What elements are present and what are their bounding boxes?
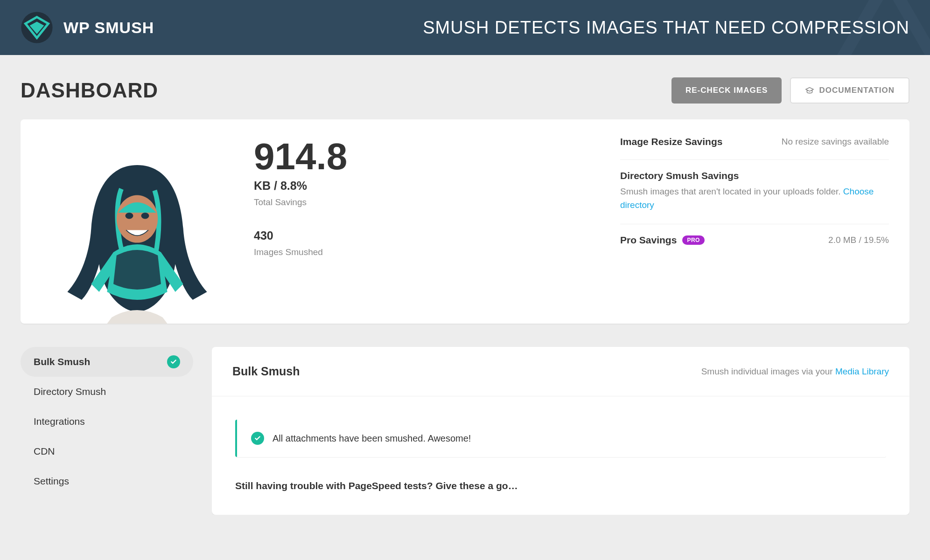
check-icon <box>167 355 180 368</box>
images-smushed-value: 430 <box>254 229 620 242</box>
panel-title: Bulk Smush <box>232 365 300 378</box>
nav-item-label: Integrations <box>34 416 85 427</box>
directory-savings-desc: Smush images that aren't located in your… <box>620 187 843 196</box>
svg-point-6 <box>141 213 149 219</box>
graduation-cap-icon <box>805 87 814 94</box>
svg-point-5 <box>126 213 133 219</box>
check-icon <box>251 432 264 445</box>
resize-savings-value: No resize savings available <box>782 137 889 147</box>
nav-cdn[interactable]: CDN <box>21 436 193 466</box>
summary-card: 914.8 KB / 8.8% Total Savings 430 Images… <box>21 119 909 324</box>
media-library-link[interactable]: Media Library <box>835 366 889 376</box>
brand-logo-icon <box>21 11 53 44</box>
recheck-images-button[interactable]: RE-CHECK IMAGES <box>671 77 782 104</box>
nav-item-label: Bulk Smush <box>34 356 90 367</box>
banner-headline: SMUSH DETECTS IMAGES THAT NEED COMPRESSI… <box>423 18 909 38</box>
nav-bulk-smush[interactable]: Bulk Smush <box>21 347 193 377</box>
hero-illustration <box>21 133 254 324</box>
directory-savings-title: Directory Smush Savings <box>620 170 739 181</box>
resize-savings-title: Image Resize Savings <box>620 136 722 147</box>
pro-savings-title: Pro Savings <box>620 235 677 246</box>
nav-item-label: Directory Smush <box>34 386 106 397</box>
pro-savings-value: 2.0 MB / 19.5% <box>828 235 889 245</box>
documentation-label: DOCUMENTATION <box>819 86 895 95</box>
bulk-smush-panel: Bulk Smush Smush individual images via y… <box>212 347 909 515</box>
panel-hint-text: Smush individual images via your <box>701 366 835 376</box>
notice-text: All attachments have been smushed. Aweso… <box>273 433 471 444</box>
total-savings-label: Total Savings <box>254 197 620 207</box>
recheck-images-label: RE-CHECK IMAGES <box>685 86 768 95</box>
success-notice: All attachments have been smushed. Aweso… <box>235 420 886 457</box>
documentation-button[interactable]: DOCUMENTATION <box>790 77 909 104</box>
total-savings-unit: KB / 8.8% <box>254 179 620 193</box>
images-smushed-label: Images Smushed <box>254 247 620 257</box>
nav-directory-smush[interactable]: Directory Smush <box>21 377 193 407</box>
pro-badge: PRO <box>682 235 705 245</box>
nav-integrations[interactable]: Integrations <box>21 407 193 436</box>
nav-item-label: Settings <box>34 476 69 487</box>
nav-settings[interactable]: Settings <box>21 466 193 496</box>
settings-nav: Bulk Smush Directory Smush Integrations … <box>21 347 193 515</box>
total-savings-value: 914.8 <box>254 138 620 175</box>
page-title: DASHBOARD <box>21 79 158 102</box>
top-banner: WP SMUSH SMUSH DETECTS IMAGES THAT NEED … <box>0 0 930 55</box>
brand-name: WP SMUSH <box>63 19 154 37</box>
pagespeed-subhead: Still having trouble with PageSpeed test… <box>212 480 909 515</box>
nav-item-label: CDN <box>34 446 55 457</box>
